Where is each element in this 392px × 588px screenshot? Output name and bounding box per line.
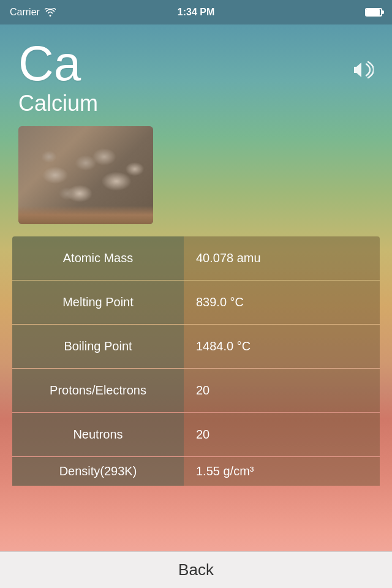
table-row: Atomic Mass 40.078 amu bbox=[12, 236, 380, 281]
status-bar-time: 1:34 PM bbox=[178, 7, 214, 18]
table-row-partial: Density(293K) 1.55 g/cm³ bbox=[12, 457, 380, 486]
wifi-icon bbox=[45, 8, 56, 17]
table-row: Boiling Point 1484.0 °C bbox=[12, 325, 380, 369]
bottom-bar: Back bbox=[0, 551, 392, 588]
property-value-atomic-mass: 40.078 amu bbox=[184, 236, 380, 280]
element-photo bbox=[18, 126, 153, 224]
status-bar: Carrier 1:34 PM bbox=[0, 0, 392, 24]
property-label-protons-electrons: Protons/Electrons bbox=[12, 369, 184, 412]
property-label-atomic-mass: Atomic Mass bbox=[12, 236, 184, 280]
table-row: Neutrons 20 bbox=[12, 413, 380, 457]
properties-table: Atomic Mass 40.078 amu Melting Point 839… bbox=[12, 236, 380, 588]
property-value-protons-electrons: 20 bbox=[184, 369, 380, 412]
sound-button[interactable] bbox=[354, 61, 374, 83]
battery-fill bbox=[366, 9, 380, 15]
property-value-melting-point: 839.0 °C bbox=[184, 281, 380, 324]
element-image bbox=[18, 126, 153, 224]
table-row: Protons/Electrons 20 bbox=[12, 369, 380, 413]
carrier-label: Carrier bbox=[10, 7, 40, 18]
main-content: Ca Calcium Atomic Mass 40.078 amu Meltin… bbox=[0, 24, 392, 588]
status-bar-right bbox=[365, 8, 382, 17]
battery-icon bbox=[365, 8, 382, 17]
property-value-density: 1.55 g/cm³ bbox=[184, 457, 380, 486]
element-name: Calcium bbox=[18, 91, 374, 116]
table-row: Melting Point 839.0 °C bbox=[12, 281, 380, 325]
property-label-density: Density(293K) bbox=[12, 457, 184, 486]
status-bar-left: Carrier bbox=[10, 7, 56, 18]
speaker-icon bbox=[354, 61, 374, 78]
property-label-neutrons: Neutrons bbox=[12, 413, 184, 456]
property-value-neutrons: 20 bbox=[184, 413, 380, 456]
element-symbol: Ca bbox=[18, 39, 374, 88]
element-header: Ca Calcium bbox=[0, 24, 392, 126]
back-button[interactable]: Back bbox=[178, 560, 214, 579]
property-label-melting-point: Melting Point bbox=[12, 281, 184, 324]
property-value-boiling-point: 1484.0 °C bbox=[184, 325, 380, 368]
property-label-boiling-point: Boiling Point bbox=[12, 325, 184, 368]
